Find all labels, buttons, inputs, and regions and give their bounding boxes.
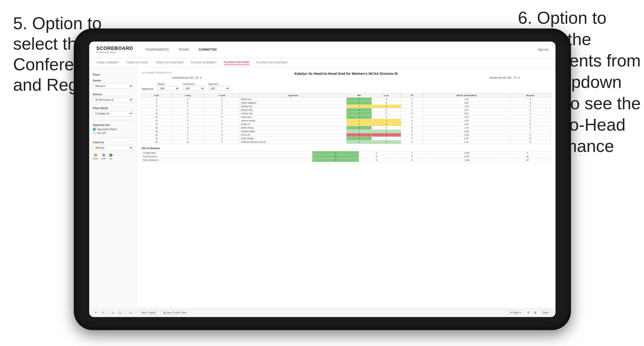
- col-win: Win: [346, 94, 372, 98]
- subnav-team-h2h-heatmap[interactable]: TEAM H2H HEATMAP: [155, 60, 184, 65]
- sign-out-link[interactable]: Sign out: [538, 48, 548, 51]
- share-button[interactable]: Share: [540, 311, 551, 315]
- col-loss: Loss: [372, 94, 401, 98]
- colour-by-select[interactable]: Win/loss: [93, 145, 133, 151]
- radio-opponents-played[interactable]: Opponents Played: [93, 128, 133, 131]
- cell-diff: -5.00: [423, 133, 510, 137]
- gender-select[interactable]: Women's: [93, 83, 133, 89]
- view-original-button[interactable]: View: Original: [139, 311, 158, 315]
- cell-win: 1: [346, 98, 372, 101]
- cell-loss: 0: [372, 126, 401, 130]
- cell-reg: 6: [172, 137, 204, 140]
- cell-win: 1: [346, 126, 372, 130]
- subnav-team-h2h-grid[interactable]: TEAM H2H GRID: [126, 60, 148, 65]
- cell-opponent: Federica Domecq Lacroze: [240, 140, 346, 144]
- cell-tie: 0: [401, 130, 423, 133]
- save-custom-button[interactable]: 🔖 Save Custom View: [161, 311, 189, 315]
- radio-top-100[interactable]: Top 100: [93, 132, 133, 135]
- export-button[interactable]: ⬆: [526, 311, 530, 315]
- main-content: Player Gender Women's Division NCAA Divi…: [89, 68, 556, 308]
- cell-rounds: 4: [510, 126, 551, 130]
- clock-button[interactable]: ⏱: [128, 311, 133, 315]
- overall-record: Overall Record: 353 - 34 - 6: [172, 76, 202, 79]
- cell-opponent: Eunice Yi: [240, 123, 346, 126]
- division-select[interactable]: NCAA Division III: [93, 97, 133, 103]
- cell-diff: 3.33: [423, 115, 510, 119]
- cell-conf: 4: [204, 108, 240, 112]
- cell-win: 1: [346, 105, 372, 108]
- cell-tie: 0: [401, 105, 423, 108]
- nav-committee[interactable]: COMMITTEE: [198, 46, 217, 52]
- toolbar-divider-1: [108, 310, 108, 315]
- cell-conf: 7: [204, 140, 240, 144]
- col-tie: Tie: [401, 94, 423, 98]
- subnav-player-h2h-heatmap[interactable]: PLAYER H2H HEATMAP: [256, 60, 288, 65]
- table-row: 19 6 6 Emily Chang 4 1 0 0.30 11: [142, 137, 551, 140]
- cell-opponent: Jessica Mason: [240, 130, 346, 133]
- cell-loss: 2: [372, 123, 401, 126]
- table-row: 3 3 1 Esther Lee 1 0 0 1.50 4: [142, 98, 551, 101]
- copy-button[interactable]: ⎘: [111, 311, 114, 315]
- cell-reg: 11: [172, 140, 204, 144]
- cell-loss: 0: [372, 108, 401, 112]
- cell-tie: 0: [401, 140, 423, 144]
- cell-rounds: 9: [510, 123, 551, 126]
- opponent-view-radio-group: Opponents Played Top 100: [93, 128, 133, 135]
- col-conf: # Conf: [204, 94, 240, 98]
- ood-cell-rounds: 30: [504, 155, 551, 158]
- cell-conf: 4: [204, 123, 240, 126]
- table-row: 20 11 7 Federica Domecq Lacroze 2 1 0 1.…: [142, 140, 551, 144]
- ood-cell-opponent: Foreign Team: [142, 151, 312, 155]
- cell-win: 1: [346, 108, 372, 112]
- ood-cell-loss: 0: [359, 155, 394, 158]
- opponents-label: Opponents:: [142, 88, 154, 91]
- cell-conf: 6: [204, 137, 240, 140]
- app-container: SCOREBOARD Powered by clippd TOURNAMENTS…: [89, 41, 556, 317]
- cell-reg: 3: [172, 105, 204, 108]
- cell-div: 10: [142, 112, 172, 115]
- grid-button[interactable]: ⊞: [533, 311, 537, 315]
- cell-div: 19: [142, 137, 172, 140]
- cell-loss: 1: [372, 140, 401, 144]
- cell-opponent: Jessica Huang: [240, 119, 346, 123]
- conference-filter-select[interactable]: (All): [183, 86, 204, 91]
- nav-tournaments[interactable]: TOURNAMENTS: [145, 46, 169, 52]
- ood-table-row: Foreign Team 1 0 0 4.500 2: [142, 151, 551, 155]
- undo-button[interactable]: ↩: [94, 311, 98, 315]
- cell-tie: 0: [401, 133, 423, 137]
- cell-rounds: 3: [510, 108, 551, 112]
- region-filter-select[interactable]: (All): [158, 86, 179, 91]
- cell-win: 1: [346, 130, 372, 133]
- player-label: Player: [93, 73, 133, 76]
- cell-opponent: Stella Cheng: [240, 126, 346, 130]
- cell-reg: 1: [172, 119, 204, 123]
- cell-div: 6: [142, 105, 172, 108]
- cell-opponent: Sharon Mun: [240, 108, 346, 112]
- ood-cell-win: 15: [312, 155, 359, 158]
- cell-reg: 2: [172, 133, 204, 137]
- redo-button[interactable]: ↻: [101, 311, 105, 315]
- nav-teams[interactable]: TEAMS: [178, 46, 189, 52]
- paste-button[interactable]: 📋: [117, 311, 122, 315]
- subnav-player-summary[interactable]: PLAYER SUMMARY: [191, 60, 217, 65]
- grid-title: Katelyn Vo Head-to-Head Grid for Women's…: [172, 71, 520, 76]
- ood-table-row: NAIA Division 1 15 0 0 9.267 30: [142, 155, 551, 158]
- opponent-filter-select[interactable]: (All): [208, 86, 230, 91]
- logo-text: SCOREBOARD: [96, 46, 133, 51]
- division-record: Division Record: 331 - 34 - 6: [490, 76, 520, 79]
- color-dot-up: [109, 154, 112, 157]
- ood-cell-tie: 0: [394, 155, 430, 158]
- sidebar-divider-1: [93, 120, 133, 120]
- cell-rounds: 2: [510, 133, 551, 137]
- player-rank-select[interactable]: 8. Katelyn Vo: [93, 111, 133, 116]
- cell-opponent: Heeji Hyun: [240, 115, 346, 119]
- ood-cell-diff: 9.267: [430, 155, 504, 158]
- cell-loss: 0: [372, 112, 401, 115]
- subnav-player-h2h-grid[interactable]: PLAYER H2H GRID: [224, 60, 249, 65]
- cell-tie: 0: [401, 112, 423, 115]
- col-rounds: Rounds: [510, 94, 551, 98]
- cell-reg: 2: [172, 115, 204, 119]
- watch-button[interactable]: 👁 Watch ▾: [508, 311, 524, 315]
- cell-reg: 8: [172, 126, 204, 130]
- subnav-team-summary[interactable]: TEAM SUMMARY: [96, 60, 119, 65]
